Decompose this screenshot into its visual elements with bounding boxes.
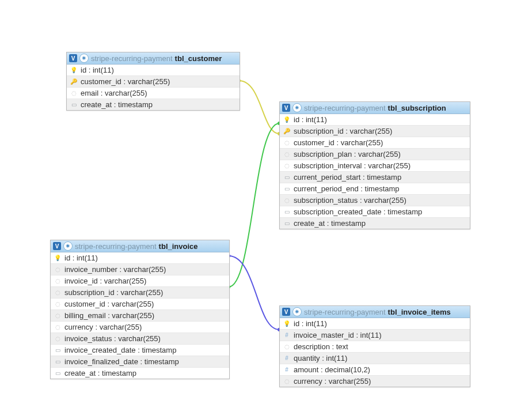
column-row[interactable]: ◌invoice_id : varchar(255)	[51, 275, 229, 286]
column-type-icon: ◌	[54, 312, 61, 319]
table-invoice[interactable]: V✷stripe-recurring-paymenttbl_invoice💡id…	[50, 240, 230, 379]
column-def: invoice_id : varchar(255)	[64, 277, 146, 285]
table-invoice_items[interactable]: V✷stripe-recurring-paymenttbl_invoice_it…	[279, 305, 470, 387]
column-def: subscription_plan : varchar(255)	[294, 150, 401, 158]
database-name: stripe-recurring-payment	[304, 104, 386, 112]
gear-icon[interactable]: ✷	[79, 54, 89, 63]
column-def: quantity : int(11)	[294, 354, 347, 362]
view-icon: V	[69, 54, 77, 62]
column-type-icon: ◌	[283, 163, 290, 169]
table-customer[interactable]: V✷stripe-recurring-paymenttbl_customer💡i…	[66, 52, 240, 111]
column-type-icon: ◌	[283, 343, 290, 350]
column-def: currency : varchar(255)	[294, 377, 371, 386]
column-list: 💡id : int(11)◌invoice_number : varchar(2…	[51, 252, 229, 379]
column-row[interactable]: ▭current_period_end : timestamp	[280, 183, 470, 194]
column-def: subscription_status : varchar(255)	[294, 196, 406, 205]
column-row[interactable]: ◌currency : varchar(255)	[51, 321, 229, 333]
column-type-icon: #	[283, 332, 290, 339]
column-def: invoice_number : varchar(255)	[64, 265, 166, 274]
database-name: stripe-recurring-payment	[75, 242, 157, 251]
column-row[interactable]: ◌billing_email : varchar(255)	[51, 309, 229, 321]
column-type-icon: #	[283, 355, 290, 362]
column-def: invoice_finalized_date : timestamp	[64, 357, 179, 366]
column-row[interactable]: ◌invoice_status : varchar(255)	[51, 333, 229, 344]
gear-icon[interactable]: ✷	[292, 307, 302, 316]
column-def: invoice_created_date : timestamp	[64, 346, 176, 354]
table-subscription[interactable]: V✷stripe-recurring-paymenttbl_subscripti…	[279, 101, 470, 229]
column-row[interactable]: 🔑subscription_id : varchar(255)	[280, 125, 470, 137]
table-header[interactable]: V✷stripe-recurring-paymenttbl_invoice	[51, 240, 229, 252]
column-row[interactable]: ◌subscription_status : varchar(255)	[280, 194, 470, 206]
view-icon: V	[53, 242, 61, 250]
column-def: billing_email : varchar(255)	[64, 311, 154, 320]
column-row[interactable]: #invoice_master_id : int(11)	[280, 329, 470, 341]
column-row[interactable]: ◌currency : varchar(255)	[280, 375, 470, 387]
column-def: id : int(11)	[81, 66, 114, 74]
column-type-icon: ◌	[283, 139, 290, 146]
column-def: subscription_created_date : timestamp	[294, 207, 422, 216]
column-row[interactable]: #quantity : int(11)	[280, 352, 470, 364]
gear-icon[interactable]: ✷	[292, 103, 302, 112]
column-row[interactable]: 💡id : int(11)	[67, 65, 240, 75]
column-row[interactable]: 💡id : int(11)	[51, 252, 229, 263]
column-def: subscription_interval : varchar(255)	[294, 161, 411, 170]
column-row[interactable]: ◌email : varchar(255)	[67, 87, 240, 99]
column-def: subscription_id : varchar(255)	[294, 127, 392, 135]
column-def: create_at : timestamp	[81, 100, 153, 109]
column-row[interactable]: ◌customer_id : varchar(255)	[51, 298, 229, 309]
column-type-icon: ▭	[283, 174, 290, 181]
column-row[interactable]: ◌subscription_id : varchar(255)	[51, 286, 229, 298]
column-row[interactable]: ▭create_at : timestamp	[280, 217, 470, 229]
column-row[interactable]: ◌description : text	[280, 341, 470, 352]
column-type-icon: ◌	[54, 278, 61, 285]
column-type-icon: ◌	[70, 90, 77, 97]
column-type-icon: ◌	[283, 151, 290, 158]
column-row[interactable]: ▭subscription_created_date : timestamp	[280, 206, 470, 217]
column-type-icon: ◌	[283, 197, 290, 204]
gear-icon[interactable]: ✷	[63, 241, 73, 251]
column-list: 💡id : int(11)🔑subscription_id : varchar(…	[280, 114, 470, 229]
view-icon: V	[282, 308, 290, 316]
column-row[interactable]: #amount : decimal(10,2)	[280, 364, 470, 375]
column-type-icon: ▭	[54, 370, 61, 377]
column-type-icon: 🔑	[70, 78, 77, 85]
column-def: customer_id : varchar(255)	[294, 138, 383, 147]
column-type-icon: 🔑	[283, 128, 290, 135]
table-header[interactable]: V✷stripe-recurring-paymenttbl_subscripti…	[280, 102, 470, 114]
column-def: description : text	[294, 342, 348, 351]
column-type-icon: ◌	[54, 289, 61, 296]
column-def: invoice_status : varchar(255)	[64, 334, 161, 343]
column-type-icon: 💡	[54, 255, 61, 262]
column-type-icon: 💡	[283, 320, 290, 327]
column-type-icon: ▭	[70, 101, 77, 108]
column-row[interactable]: ▭current_period_start : timestamp	[280, 171, 470, 183]
column-row[interactable]: 💡id : int(11)	[280, 318, 470, 329]
column-type-icon: ◌	[283, 378, 290, 385]
column-row[interactable]: ◌subscription_interval : varchar(255)	[280, 160, 470, 171]
view-icon: V	[282, 104, 290, 112]
column-def: customer_id : varchar(255)	[81, 77, 170, 86]
column-row[interactable]: ◌invoice_number : varchar(255)	[51, 263, 229, 275]
column-def: invoice_master_id : int(11)	[294, 331, 381, 339]
database-name: stripe-recurring-payment	[304, 308, 386, 316]
column-row[interactable]: ◌customer_id : varchar(255)	[280, 137, 470, 148]
column-row[interactable]: 💡id : int(11)	[280, 114, 470, 125]
column-def: current_period_start : timestamp	[294, 173, 401, 182]
table-header[interactable]: V✷stripe-recurring-paymenttbl_invoice_it…	[280, 306, 470, 318]
column-def: create_at : timestamp	[294, 219, 366, 228]
column-row[interactable]: ▭invoice_created_date : timestamp	[51, 344, 229, 356]
column-type-icon: ▭	[54, 347, 61, 354]
table-header[interactable]: V✷stripe-recurring-paymenttbl_customer	[67, 52, 240, 65]
column-def: id : int(11)	[294, 115, 327, 124]
column-row[interactable]: ▭invoice_finalized_date : timestamp	[51, 356, 229, 367]
column-row[interactable]: ▭create_at : timestamp	[67, 99, 240, 110]
column-type-icon: ▭	[54, 358, 61, 365]
column-row[interactable]: 🔑customer_id : varchar(255)	[67, 75, 240, 87]
column-row[interactable]: ◌subscription_plan : varchar(255)	[280, 148, 470, 160]
table-name: tbl_subscription	[388, 104, 446, 112]
column-row[interactable]: ▭create_at : timestamp	[51, 367, 229, 379]
table-name: tbl_invoice	[159, 242, 198, 251]
column-type-icon: ◌	[54, 324, 61, 331]
column-type-icon: #	[283, 367, 290, 373]
column-type-icon: ▭	[283, 220, 290, 227]
